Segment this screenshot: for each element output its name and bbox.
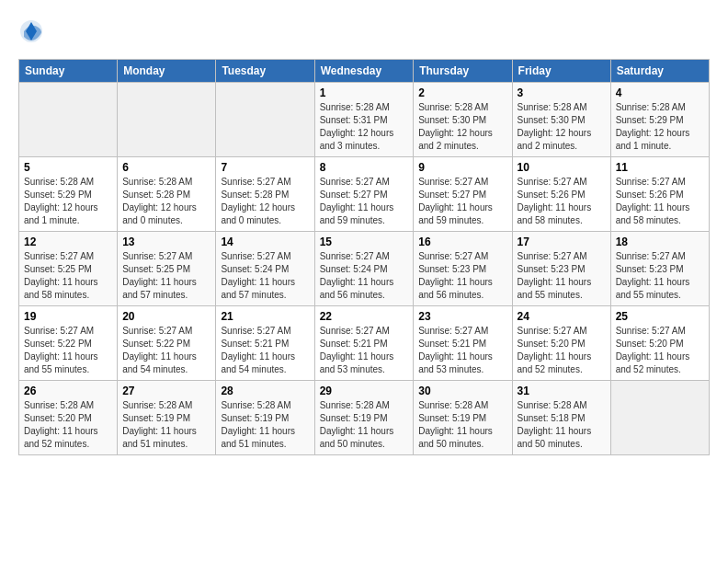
day-info: Sunrise: 5:27 AM Sunset: 5:25 PM Dayligh… xyxy=(24,250,112,302)
day-info: Sunrise: 5:28 AM Sunset: 5:19 PM Dayligh… xyxy=(418,399,506,451)
day-header-friday: Friday xyxy=(512,60,610,83)
day-info: Sunrise: 5:27 AM Sunset: 5:27 PM Dayligh… xyxy=(418,176,506,227)
day-cell: 8Sunrise: 5:27 AM Sunset: 5:27 PM Daylig… xyxy=(314,157,414,232)
week-row-2: 5Sunrise: 5:28 AM Sunset: 5:29 PM Daylig… xyxy=(19,157,710,232)
day-cell: 22Sunrise: 5:27 AM Sunset: 5:21 PM Dayli… xyxy=(314,306,414,381)
day-cell: 6Sunrise: 5:28 AM Sunset: 5:28 PM Daylig… xyxy=(118,157,216,232)
day-number: 16 xyxy=(418,236,506,248)
day-cell: 5Sunrise: 5:28 AM Sunset: 5:29 PM Daylig… xyxy=(19,157,118,232)
day-info: Sunrise: 5:27 AM Sunset: 5:20 PM Dayligh… xyxy=(616,325,704,376)
day-number: 6 xyxy=(122,161,210,174)
day-info: Sunrise: 5:27 AM Sunset: 5:21 PM Dayligh… xyxy=(221,325,309,376)
day-info: Sunrise: 5:28 AM Sunset: 5:30 PM Dayligh… xyxy=(418,101,506,153)
day-info: Sunrise: 5:28 AM Sunset: 5:29 PM Dayligh… xyxy=(24,176,112,227)
day-info: Sunrise: 5:27 AM Sunset: 5:21 PM Dayligh… xyxy=(418,325,506,376)
day-info: Sunrise: 5:27 AM Sunset: 5:26 PM Dayligh… xyxy=(518,176,606,227)
day-info: Sunrise: 5:27 AM Sunset: 5:20 PM Dayligh… xyxy=(518,325,606,376)
day-info: Sunrise: 5:27 AM Sunset: 5:23 PM Dayligh… xyxy=(518,250,606,302)
day-info: Sunrise: 5:28 AM Sunset: 5:31 PM Dayligh… xyxy=(320,101,409,153)
day-cell: 15Sunrise: 5:27 AM Sunset: 5:24 PM Dayli… xyxy=(314,232,414,306)
day-cell: 21Sunrise: 5:27 AM Sunset: 5:21 PM Dayli… xyxy=(216,306,314,381)
day-cell: 23Sunrise: 5:27 AM Sunset: 5:21 PM Dayli… xyxy=(414,306,512,381)
day-cell: 20Sunrise: 5:27 AM Sunset: 5:22 PM Dayli… xyxy=(118,306,216,381)
day-header-thursday: Thursday xyxy=(414,60,512,83)
day-cell: 2Sunrise: 5:28 AM Sunset: 5:30 PM Daylig… xyxy=(414,83,512,157)
day-number: 15 xyxy=(320,236,409,248)
week-row-4: 19Sunrise: 5:27 AM Sunset: 5:22 PM Dayli… xyxy=(19,306,710,381)
day-header-wednesday: Wednesday xyxy=(314,60,414,83)
day-info: Sunrise: 5:27 AM Sunset: 5:27 PM Dayligh… xyxy=(320,176,409,227)
day-info: Sunrise: 5:27 AM Sunset: 5:22 PM Dayligh… xyxy=(24,325,112,376)
day-number: 21 xyxy=(221,310,309,323)
day-cell: 19Sunrise: 5:27 AM Sunset: 5:22 PM Dayli… xyxy=(19,306,118,381)
day-number: 2 xyxy=(418,86,506,99)
day-header-tuesday: Tuesday xyxy=(216,60,314,83)
day-info: Sunrise: 5:27 AM Sunset: 5:23 PM Dayligh… xyxy=(418,250,506,302)
day-info: Sunrise: 5:28 AM Sunset: 5:19 PM Dayligh… xyxy=(320,399,409,451)
day-number: 27 xyxy=(122,385,210,397)
day-cell: 26Sunrise: 5:28 AM Sunset: 5:20 PM Dayli… xyxy=(19,381,118,455)
day-number: 29 xyxy=(320,385,409,397)
day-cell xyxy=(216,83,314,157)
week-row-3: 12Sunrise: 5:27 AM Sunset: 5:25 PM Dayli… xyxy=(19,232,710,306)
day-number: 13 xyxy=(122,236,210,248)
day-number: 17 xyxy=(518,236,606,248)
logo-icon xyxy=(18,18,44,44)
day-number: 7 xyxy=(221,161,309,174)
day-number: 28 xyxy=(221,385,309,397)
day-number: 5 xyxy=(24,161,112,174)
day-info: Sunrise: 5:27 AM Sunset: 5:28 PM Dayligh… xyxy=(221,176,309,227)
day-number: 26 xyxy=(24,385,112,397)
day-cell: 11Sunrise: 5:27 AM Sunset: 5:26 PM Dayli… xyxy=(610,157,709,232)
day-number: 25 xyxy=(616,310,704,323)
header xyxy=(18,18,710,44)
day-number: 22 xyxy=(320,310,409,323)
day-cell: 13Sunrise: 5:27 AM Sunset: 5:25 PM Dayli… xyxy=(118,232,216,306)
day-cell: 9Sunrise: 5:27 AM Sunset: 5:27 PM Daylig… xyxy=(414,157,512,232)
day-info: Sunrise: 5:27 AM Sunset: 5:23 PM Dayligh… xyxy=(616,250,704,302)
day-cell: 29Sunrise: 5:28 AM Sunset: 5:19 PM Dayli… xyxy=(314,381,414,455)
day-cell: 24Sunrise: 5:27 AM Sunset: 5:20 PM Dayli… xyxy=(512,306,610,381)
day-number: 18 xyxy=(616,236,704,248)
day-cell: 14Sunrise: 5:27 AM Sunset: 5:24 PM Dayli… xyxy=(216,232,314,306)
day-cell xyxy=(610,381,709,455)
day-cell: 3Sunrise: 5:28 AM Sunset: 5:30 PM Daylig… xyxy=(512,83,610,157)
day-cell: 7Sunrise: 5:27 AM Sunset: 5:28 PM Daylig… xyxy=(216,157,314,232)
day-info: Sunrise: 5:28 AM Sunset: 5:19 PM Dayligh… xyxy=(221,399,309,451)
day-cell: 30Sunrise: 5:28 AM Sunset: 5:19 PM Dayli… xyxy=(414,381,512,455)
calendar-table: SundayMondayTuesdayWednesdayThursdayFrid… xyxy=(18,59,710,455)
day-cell: 31Sunrise: 5:28 AM Sunset: 5:18 PM Dayli… xyxy=(512,381,610,455)
day-cell: 17Sunrise: 5:27 AM Sunset: 5:23 PM Dayli… xyxy=(512,232,610,306)
logo xyxy=(18,18,48,44)
day-header-monday: Monday xyxy=(118,60,216,83)
day-info: Sunrise: 5:27 AM Sunset: 5:21 PM Dayligh… xyxy=(320,325,409,376)
day-cell xyxy=(118,83,216,157)
day-number: 19 xyxy=(24,310,112,323)
day-number: 31 xyxy=(518,385,606,397)
day-number: 1 xyxy=(320,86,409,99)
day-info: Sunrise: 5:27 AM Sunset: 5:25 PM Dayligh… xyxy=(122,250,210,302)
day-number: 20 xyxy=(122,310,210,323)
day-cell: 16Sunrise: 5:27 AM Sunset: 5:23 PM Dayli… xyxy=(414,232,512,306)
day-number: 23 xyxy=(418,310,506,323)
day-number: 11 xyxy=(616,161,704,174)
day-number: 30 xyxy=(418,385,506,397)
day-cell: 4Sunrise: 5:28 AM Sunset: 5:29 PM Daylig… xyxy=(610,83,709,157)
day-number: 8 xyxy=(320,161,409,174)
day-cell: 1Sunrise: 5:28 AM Sunset: 5:31 PM Daylig… xyxy=(314,83,414,157)
day-info: Sunrise: 5:28 AM Sunset: 5:18 PM Dayligh… xyxy=(518,399,606,451)
day-number: 24 xyxy=(518,310,606,323)
day-info: Sunrise: 5:27 AM Sunset: 5:26 PM Dayligh… xyxy=(616,176,704,227)
day-header-saturday: Saturday xyxy=(610,60,709,83)
day-info: Sunrise: 5:28 AM Sunset: 5:20 PM Dayligh… xyxy=(24,399,112,451)
day-info: Sunrise: 5:28 AM Sunset: 5:30 PM Dayligh… xyxy=(518,101,606,153)
day-info: Sunrise: 5:27 AM Sunset: 5:24 PM Dayligh… xyxy=(221,250,309,302)
day-cell: 12Sunrise: 5:27 AM Sunset: 5:25 PM Dayli… xyxy=(19,232,118,306)
week-row-1: 1Sunrise: 5:28 AM Sunset: 5:31 PM Daylig… xyxy=(19,83,710,157)
day-number: 10 xyxy=(518,161,606,174)
day-info: Sunrise: 5:28 AM Sunset: 5:28 PM Dayligh… xyxy=(122,176,210,227)
day-number: 12 xyxy=(24,236,112,248)
day-number: 14 xyxy=(221,236,309,248)
day-cell: 18Sunrise: 5:27 AM Sunset: 5:23 PM Dayli… xyxy=(610,232,709,306)
day-number: 3 xyxy=(518,86,606,99)
